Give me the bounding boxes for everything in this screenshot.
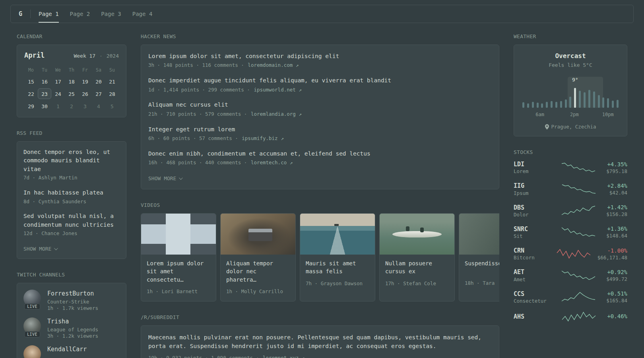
stock-row[interactable]: LDI Lorem +4.35% $795.18 (514, 160, 627, 174)
nav-divider (30, 10, 31, 18)
video-thumbnail[interactable] (380, 214, 454, 255)
hn-item-domain-link[interactable]: ipsumify.biz ↗ (242, 135, 283, 141)
stock-row[interactable]: SNRC Sit +1.36% $148.64 (514, 225, 627, 239)
weather-bar (612, 101, 614, 108)
stock-price: $66,171.48 (597, 255, 627, 261)
subreddit-domain-link[interactable]: loremnet.xyz ↗ (263, 355, 305, 358)
hn-item-title[interactable]: Integer eget rutrum lorem (148, 125, 492, 134)
hn-item-domain-link[interactable]: ipsumworld.net ↗ (254, 87, 301, 93)
hn-item-domain-link[interactable]: loremlandia.org ↗ (251, 111, 302, 117)
video-body: Mauris sit amet massa felis 7h · Grayson… (300, 255, 375, 293)
channel-game: League of Legends (47, 327, 98, 333)
channel-info: Trisha League of Legends 3h · 1.2k viewe… (47, 317, 98, 339)
video-thumbnail[interactable] (141, 214, 216, 255)
stock-name: Consectetur (514, 298, 550, 304)
weather-bar (607, 98, 609, 108)
hn-item-title[interactable]: Lorem ipsum dolor sit amet, consectetur … (148, 52, 492, 60)
hn-item-title[interactable]: Aliquam nec cursus elit (148, 101, 492, 109)
videos-row: Lorem ipsum dolor sit amet consectetu… 1… (141, 213, 499, 302)
video-title[interactable]: Lorem ipsum dolor sit amet consectetu… (147, 259, 210, 284)
hacker-news-item: Integer eget rutrum lorem 6h · 60 points… (148, 125, 492, 142)
stock-row[interactable]: DBS Dolor +1.42% $156.28 (514, 204, 627, 218)
weather-widget: WEATHER Overcast Feels like 5°C 9° 6am2p… (514, 33, 627, 136)
rss-item-title[interactable]: Donec tempor eros leo, ut commodo mauris… (23, 148, 120, 173)
video-thumbnail[interactable] (300, 214, 375, 255)
stock-row[interactable]: AHS +0.46% (514, 311, 627, 322)
stock-sparkline (550, 311, 607, 322)
page-tab[interactable]: Page 4 (132, 5, 153, 23)
page-tab[interactable]: Page 1 (39, 5, 59, 23)
calendar-day: 24 (51, 88, 65, 99)
twitch-channel-item[interactable]: LIVE Trisha League of Legends 3h · 1.2k … (23, 317, 120, 339)
weather-peak-temp: 9° (572, 77, 578, 83)
weather-bar (574, 88, 576, 108)
video-card[interactable]: Lorem ipsum dolor sit amet consectetu… 1… (141, 213, 216, 302)
videos-section-title: VIDEOS (141, 202, 499, 208)
stock-sparkline (550, 205, 606, 216)
video-card[interactable]: Nullam posuere cursus ex 17h · Stefan Co… (379, 213, 455, 302)
hn-item-domain-link[interactable]: loremtech.co ↗ (251, 160, 293, 165)
hn-show-more-button[interactable]: SHOW MORE (148, 175, 182, 181)
page-tab[interactable]: Page 2 (70, 5, 90, 23)
twitch-channel-item[interactable]: LIVE KendallCarr (23, 345, 120, 358)
video-title[interactable]: Nullam posuere cursus ex (385, 259, 449, 276)
stock-row[interactable]: AET Amet +0.92% $499.72 (514, 268, 627, 282)
hn-item-title[interactable]: Donec enim nibh, condimentum et accumsan… (148, 150, 492, 158)
rss-item-title[interactable]: Sed volutpat nulla nisl, a condimentum n… (23, 212, 120, 229)
calendar-separator: · (99, 53, 103, 59)
weather-bar (546, 102, 548, 108)
calendar-day: 15 (24, 76, 38, 87)
weather-feels-like: Feels like 5°C (521, 62, 620, 68)
videos-widget: VIDEOS Lorem ipsum dolor sit amet consec… (141, 202, 499, 302)
weather-bar (541, 103, 543, 108)
rss-card: Donec tempor eros leo, ut commodo mauris… (17, 141, 126, 259)
video-title[interactable]: Mauris sit amet massa felis (306, 259, 369, 276)
stock-name: Ipsum (514, 190, 550, 196)
video-meta: 1h · Molly Carrillo (226, 288, 290, 296)
calendar-day-headers: Mo Tu We Th Fr Sa Su (24, 66, 119, 76)
stock-identity: CRN Bitcorn (514, 247, 550, 261)
video-thumbnail[interactable] (459, 214, 499, 255)
app-logo[interactable]: G (17, 10, 24, 18)
weather-card: Overcast Feels like 5°C 9° 6am2pm10pm Pr… (514, 45, 627, 136)
calendar-day: 27 (92, 88, 105, 99)
subreddit-section-title: /R/SUBREDDIT (141, 314, 499, 320)
video-body: Aliquam tempor dolor nec pharetra… 1h · … (221, 255, 295, 301)
stock-ticker: DBS (514, 204, 550, 212)
video-thumbnail[interactable] (221, 214, 295, 255)
stocks-list: LDI Lorem +4.35% $795.18 (514, 160, 627, 322)
stock-ticker: IIG (514, 182, 550, 190)
hn-item-stats: 1d · 1,414 points · 299 comments · (148, 87, 250, 93)
page-tab[interactable]: Page 3 (101, 5, 121, 23)
channel-name[interactable]: Trisha (47, 317, 98, 326)
video-card[interactable]: Suspendisse diam 18h · Tara (459, 213, 499, 302)
rss-show-more-button[interactable]: SHOW MORE (23, 246, 57, 252)
hn-item-title[interactable]: Donec imperdiet augue tincidunt felis al… (148, 76, 492, 85)
weather-bar (522, 102, 524, 108)
subreddit-post-title[interactable]: Maecenas mollis pulvinar erat non posuer… (148, 333, 492, 351)
video-title[interactable]: Aliquam tempor dolor nec pharetra… (226, 259, 290, 284)
video-card[interactable]: Mauris sit amet massa felis 7h · Grayson… (300, 213, 375, 302)
twitch-channel-item[interactable]: LIVE ForrestBurton Counter-Strike 1h · 1… (23, 290, 120, 311)
stock-row[interactable]: CCS Consectetur +0.51% $165.84 (514, 290, 627, 304)
video-card[interactable]: Aliquam tempor dolor nec pharetra… 1h · … (220, 213, 296, 302)
stock-values: +0.51% $165.84 (606, 290, 627, 304)
rss-item-meta: 12d · Chance Jones (23, 230, 120, 237)
rss-item-title[interactable]: In hac habitasse platea (23, 189, 120, 197)
stock-row[interactable]: CRN Bitcorn -1.00% $66,171.48 (514, 247, 627, 261)
video-body: Lorem ipsum dolor sit amet consectetu… 1… (141, 255, 216, 301)
weather-section-title: WEATHER (514, 33, 627, 39)
stock-price: $156.28 (606, 211, 627, 217)
weather-bar (598, 95, 600, 108)
hn-item-domain-link[interactable]: loremdomain.com ↗ (248, 62, 299, 68)
channel-name[interactable]: ForrestBurton (47, 290, 98, 298)
video-title[interactable]: Suspendisse diam (465, 259, 499, 275)
channel-viewers: 3h · 1.2k viewers (47, 333, 98, 339)
weather-time-label: 2pm (570, 112, 579, 117)
channel-name[interactable]: KendallCarr (47, 345, 87, 354)
rss-section-title: RSS FEED (17, 130, 126, 136)
calendar-day: 3 (78, 101, 92, 111)
calendar-day: 17 (51, 76, 65, 87)
stock-row[interactable]: IIG Ipsum +2.84% $42.04 (514, 182, 627, 196)
calendar-week-year: Week 17 · 2024 (74, 53, 119, 59)
